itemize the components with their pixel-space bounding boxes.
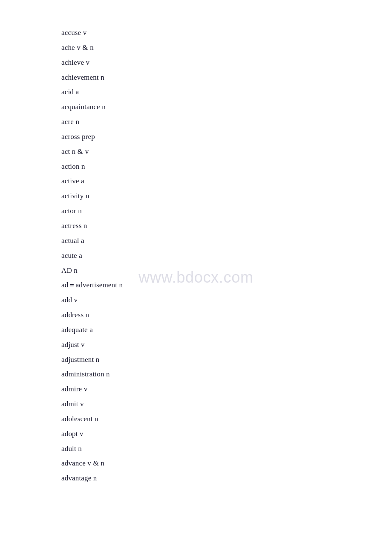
list-item: actress n <box>61 219 392 234</box>
word-list: accuse vache v & nachieve vachievement n… <box>0 0 392 512</box>
list-item: action n <box>61 159 392 174</box>
list-item: actual a <box>61 234 392 249</box>
list-item: acquaintance n <box>61 100 392 115</box>
list-item: ad＝advertisement n <box>61 278 392 293</box>
list-item: address n <box>61 308 392 323</box>
list-item: achieve v <box>61 55 392 70</box>
list-item: admit v <box>61 397 392 412</box>
list-item: achievement n <box>61 70 392 85</box>
list-item: accuse v <box>61 26 392 40</box>
list-item: advance v & n <box>61 456 392 471</box>
list-item: activity n <box>61 189 392 204</box>
list-item: advantage n <box>61 471 392 486</box>
list-item: ache v & n <box>61 40 392 55</box>
list-item: act n & v <box>61 145 392 159</box>
list-item: adjust v <box>61 338 392 353</box>
list-item: acid a <box>61 85 392 100</box>
list-item: actor n <box>61 204 392 219</box>
list-item: add v <box>61 293 392 308</box>
list-item: AD n <box>61 263 392 278</box>
list-item: adult n <box>61 442 392 457</box>
list-item: administration n <box>61 367 392 382</box>
list-item: adjustment n <box>61 353 392 367</box>
list-item: admire v <box>61 382 392 397</box>
list-item: adolescent n <box>61 412 392 427</box>
list-item: active a <box>61 174 392 189</box>
list-item: adopt v <box>61 427 392 442</box>
list-item: acre n <box>61 115 392 130</box>
list-item: adequate a <box>61 323 392 338</box>
list-item: acute a <box>61 249 392 263</box>
list-item: across prep <box>61 130 392 145</box>
